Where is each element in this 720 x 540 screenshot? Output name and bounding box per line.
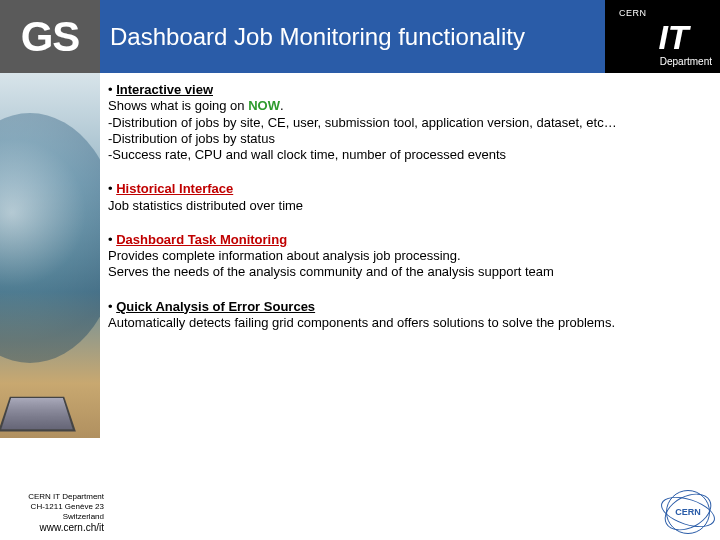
section-interactive-view: • Interactive view Shows what is going o… [108, 82, 708, 163]
now-highlight: NOW [248, 98, 280, 113]
footer-site: www.cern.ch/it [4, 522, 104, 535]
decorative-earth-image [0, 73, 100, 438]
logo-org: CERN [619, 8, 647, 18]
content-area: • Interactive view Shows what is going o… [108, 82, 708, 530]
body-line: Provides complete information about anal… [108, 248, 708, 264]
title-bar: Dashboard Job Monitoring functionality C… [100, 0, 720, 73]
section-head: Dashboard Task Monitoring [116, 232, 287, 247]
footer-line: CERN IT Department [4, 492, 104, 502]
section-head: Historical Interface [116, 181, 233, 196]
body-line: Shows what is going on NOW. [108, 98, 708, 114]
section-historical: • Historical Interface Job statistics di… [108, 181, 708, 214]
body-line: -Distribution of jobs by site, CE, user,… [108, 115, 708, 131]
bullet-line: • Dashboard Task Monitoring [108, 232, 708, 248]
body-line: Job statistics distributed over time [108, 198, 708, 214]
bullet-line: • Historical Interface [108, 181, 708, 197]
gs-logo-text: GS [21, 13, 80, 61]
cern-logo-icon: CERN [666, 490, 710, 534]
body-line: Serves the needs of the analysis communi… [108, 264, 708, 280]
slide-title: Dashboard Job Monitoring functionality [110, 23, 605, 51]
bullet-line: • Quick Analysis of Error Sources [108, 299, 708, 315]
section-task-monitoring: • Dashboard Task Monitoring Provides com… [108, 232, 708, 281]
gs-logo-block: GS [0, 0, 100, 73]
body-line: Automatically detects failing grid compo… [108, 315, 708, 331]
footer-address: CERN IT Department CH-1211 Genève 23 Swi… [4, 492, 104, 535]
footer-line: Switzerland [4, 512, 104, 522]
left-sidebar: GS [0, 0, 100, 540]
logo-unit: IT [658, 18, 688, 57]
section-head: Interactive view [116, 82, 213, 97]
section-head: Quick Analysis of Error Sources [116, 299, 315, 314]
logo-dept: Department [660, 56, 712, 67]
footer-line: CH-1211 Genève 23 [4, 502, 104, 512]
body-line: -Success rate, CPU and wall clock time, … [108, 147, 708, 163]
body-line: -Distribution of jobs by status [108, 131, 708, 147]
section-error-sources: • Quick Analysis of Error Sources Automa… [108, 299, 708, 332]
cern-it-logo: CERN IT Department [605, 0, 720, 73]
bullet-line: • Interactive view [108, 82, 708, 98]
